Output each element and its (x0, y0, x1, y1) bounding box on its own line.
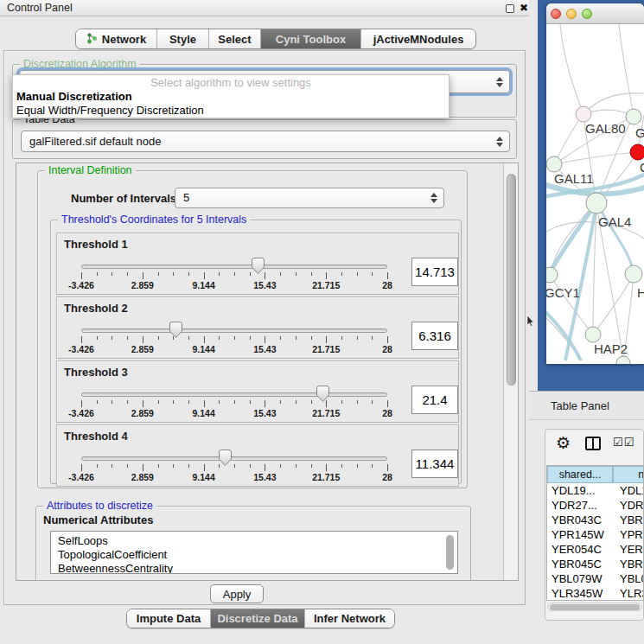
table-row[interactable]: YDL19...YDL19... (547, 483, 643, 498)
vertical-scrollbar[interactable] (503, 163, 519, 581)
node-label: GAL4 (598, 214, 631, 229)
combo-arrows-icon (496, 137, 503, 147)
slider-thumb[interactable] (169, 322, 182, 338)
close-icon[interactable]: ✖ (520, 2, 528, 14)
table-row[interactable]: YPR145WYPR145W (547, 527, 643, 542)
group-title: Interval Definition (45, 164, 136, 176)
tab-cyni-toolbox[interactable]: Cyni Toolbox (260, 29, 360, 48)
tab-jactivemnodules[interactable]: jActiveMNodules (360, 29, 475, 48)
numerical-attributes-list[interactable]: SelfLoopsTopologicalCoefficientBetweenne… (50, 531, 458, 574)
tab-label: Infer Network (314, 612, 386, 625)
checkbox-icons[interactable]: ☑☑ (613, 436, 634, 449)
network-node[interactable] (586, 193, 607, 214)
threshold-label: Threshold 2 (64, 302, 128, 315)
algorithm-popup: Select algorithm to view settings Manual… (12, 74, 450, 118)
tab-impute-data[interactable]: Impute Data (127, 609, 210, 628)
network-icon (86, 32, 98, 47)
number-of-intervals-combo[interactable]: 5 (175, 188, 444, 208)
threshold-panel: Threshold 1 -3.4262.8599.14415.4321.7152… (56, 233, 459, 295)
network-node[interactable] (546, 156, 562, 172)
network-node[interactable] (546, 267, 558, 283)
tab-discretize-data[interactable]: Discretize Data (210, 609, 304, 628)
numerical-attributes-label: Numerical Attributes (43, 513, 153, 526)
slider-track[interactable] (81, 328, 387, 333)
network-node[interactable] (585, 327, 601, 342)
popup-item-manual-discretization[interactable]: Manual Discretization (13, 90, 449, 104)
scrollbar-thumb[interactable] (550, 604, 640, 610)
slider-track[interactable] (81, 265, 387, 269)
float-window-icon[interactable] (506, 4, 514, 13)
network-node[interactable] (625, 265, 642, 283)
minimize-traffic-light[interactable] (566, 9, 577, 19)
table-row[interactable]: YBR045CYBR045C (547, 557, 643, 571)
slider-ticks (81, 272, 387, 280)
node-attribute-table[interactable]: shared... name YDL19...YDL19...YDR27...Y… (546, 465, 644, 601)
table-body: YDL19...YDL19...YDR27...YDR27...YBR043CY… (547, 483, 643, 601)
node-label: C (640, 160, 644, 175)
table-row[interactable]: YLR345WYLR345W (547, 586, 643, 601)
close-traffic-light[interactable] (551, 9, 561, 19)
table-panel-title: Table Panel (551, 399, 609, 412)
tab-infer-network[interactable]: Infer Network (304, 609, 394, 628)
threshold-value-field[interactable]: 21.4 (411, 386, 458, 414)
network-node[interactable] (616, 356, 630, 364)
node-label: H (637, 285, 644, 300)
slider-track[interactable] (81, 392, 387, 397)
apply-button[interactable]: Apply (210, 584, 264, 603)
tab-label: jActiveMNodules (373, 33, 464, 46)
combo-arrows-icon (496, 77, 503, 87)
popup-item-equal-width[interactable]: Equal Width/Frequency Discretization (13, 104, 449, 118)
table-data-combo[interactable]: galFiltered.sif default node (21, 131, 510, 152)
tab-label: Impute Data (137, 612, 201, 625)
tab-style[interactable]: Style (156, 29, 208, 48)
slider-thumb[interactable] (219, 450, 232, 466)
table-panel-header: Table Panel (529, 391, 644, 420)
node-label: GA (635, 125, 644, 140)
column-header-name[interactable]: name (613, 466, 644, 483)
tab-network[interactable]: Network (76, 29, 156, 48)
slider-thumb[interactable] (316, 386, 329, 402)
attribute-item[interactable]: TopologicalCoefficient (51, 548, 457, 562)
threshold-value-field[interactable]: 14.713 (411, 258, 458, 286)
attribute-item[interactable]: SelfLoops (51, 534, 457, 548)
table-row[interactable]: YBL079WYBL079W (547, 571, 643, 586)
group-title: Threshold's Coordinates for 5 Intervals (58, 214, 250, 226)
network-node[interactable] (626, 109, 641, 124)
network-window-titlebar[interactable] (546, 3, 644, 24)
threshold-value-field[interactable]: 11.344 (411, 450, 458, 478)
table-row[interactable]: YER054CYER054C (547, 542, 643, 557)
table-row[interactable]: YDR27...YDR27... (547, 498, 643, 513)
tab-label: Cyni Toolbox (276, 33, 346, 46)
list-scrollbar[interactable] (446, 535, 454, 570)
combo-arrows-icon (430, 193, 437, 203)
horizontal-scrollbar[interactable] (547, 603, 642, 611)
table-header-row: shared... name (547, 466, 643, 483)
column-header-shared-name[interactable]: shared... (547, 466, 613, 483)
thresholds-group: Threshold's Coordinates for 5 Intervals … (50, 220, 462, 484)
node-label: GCY1 (546, 285, 580, 300)
panel-title: Control Panel (7, 2, 73, 14)
network-canvas[interactable]: GAL80GACGAL11GAL4GCY1HHAP2 (546, 24, 644, 364)
threshold-panel: Threshold 4 -3.4262.8599.14415.4321.7152… (56, 424, 459, 487)
attribute-item[interactable]: BetweennessCentrality (51, 562, 457, 574)
zoom-traffic-light[interactable] (582, 9, 592, 19)
network-node[interactable] (576, 106, 591, 122)
tab-label: Select (218, 33, 251, 46)
tab-label: Discretize Data (217, 612, 297, 625)
slider-ticks (81, 464, 387, 472)
tab-select[interactable]: Select (208, 29, 260, 48)
threshold-value-field[interactable]: 6.316 (411, 322, 458, 350)
table-row[interactable]: YBR043CYBR043C (547, 513, 643, 527)
slider-track[interactable] (81, 456, 387, 461)
control-panel-titlebar: Control Panel ✖ (0, 0, 529, 16)
gear-icon[interactable]: ⚙ (556, 433, 571, 453)
network-node[interactable] (630, 144, 644, 160)
scrollbar-thumb[interactable] (507, 174, 516, 386)
tab-label: Style (169, 33, 196, 46)
network-window: GAL80GACGAL11GAL4GCY1HHAP2 (546, 3, 644, 364)
slider-thumb[interactable] (252, 258, 265, 274)
tab-label: Network (102, 33, 146, 46)
node-label: HAP2 (594, 341, 628, 356)
columns-icon[interactable] (585, 437, 601, 450)
number-of-intervals-label: Number of Intervals (71, 192, 176, 205)
